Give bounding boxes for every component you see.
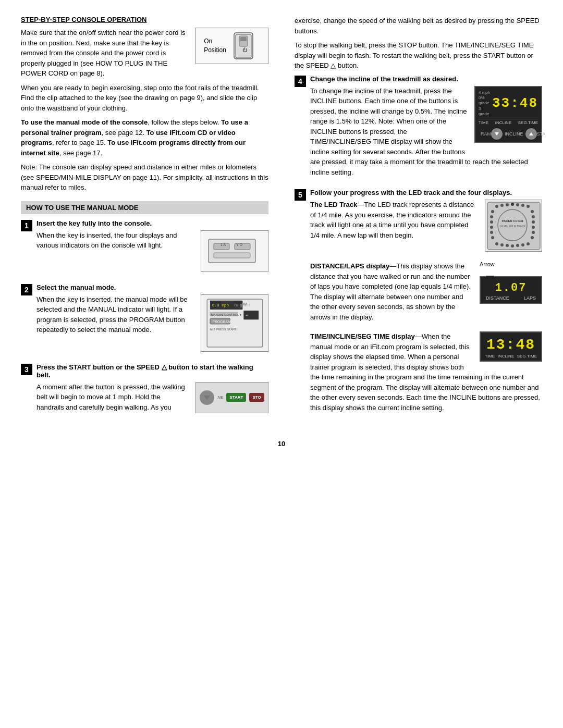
svg-text:Y O: Y O	[236, 243, 242, 246]
svg-point-39	[531, 236, 534, 239]
svg-point-31	[516, 203, 519, 206]
svg-rect-2	[240, 37, 247, 41]
step-4-content: Change the incline of the treadmill as d…	[310, 75, 542, 182]
step-2-title: Select the manual mode.	[36, 283, 268, 291]
time-display: 13:48	[484, 337, 538, 353]
incline-display: 33:48	[492, 95, 538, 111]
step-3-number: 3	[21, 364, 32, 375]
svg-text:PROGRAM: PROGRAM	[212, 320, 230, 324]
svg-rect-8	[214, 253, 250, 258]
step-3-title: Press the START button or the SPEED △ bu…	[36, 363, 268, 379]
svg-point-41	[521, 243, 524, 246]
svg-text:1/4 MI / 400 M TRACK: 1/4 MI / 400 M TRACK	[499, 225, 525, 228]
key-figure: 1 A Y O	[201, 230, 268, 272]
incline-down-button-icon	[200, 390, 214, 405]
svg-text:1 A: 1 A	[221, 243, 226, 246]
step-4-title: Change the incline of the treadmill as d…	[310, 75, 542, 83]
step-2-content: Select the manual mode. 6.0 mph 7% grade…	[36, 283, 268, 356]
svg-marker-56	[486, 276, 494, 282]
step-3-content: Press the START button or the SPEED △ bu…	[36, 363, 268, 417]
distance-laps-section: Arrow 1.07 DISTANCE L	[310, 261, 542, 326]
time-label-incline: INCLINE	[498, 354, 515, 359]
step-1: 1 Insert the key fully into the console.…	[21, 219, 268, 276]
incline-grade-labels: 4 mph 0% grade 3 grade	[479, 90, 492, 117]
svg-point-36	[532, 220, 535, 224]
right-intro-1: exercise, change the speed of the walkin…	[295, 16, 542, 36]
svg-text:M 3 PRESS START: M 3 PRESS START	[210, 328, 236, 331]
svg-text:6.0 mph: 6.0 mph	[212, 303, 228, 307]
led-track-section: PACER Circuit 1/4 MI / 400 M TRACK The L…	[310, 200, 542, 256]
svg-point-34	[531, 210, 534, 213]
step-4: 4 Change the incline of the treadmill as…	[295, 75, 542, 182]
laps-label: LAPS	[524, 295, 536, 301]
power-switch-icon: ⏻	[231, 32, 260, 60]
incline-label-incline: INCLINE	[495, 120, 512, 125]
svg-point-49	[490, 226, 493, 229]
section-header: STEP-BY-STEP CONSOLE OPERATION	[21, 16, 268, 23]
incline-down-btn[interactable]	[491, 128, 503, 140]
step-5-number: 5	[295, 189, 306, 201]
time-label-time: TIME	[485, 354, 495, 359]
key-console-icon: 1 A Y O	[206, 234, 263, 268]
time-display-figure: 13:48 TIME INCLINE SEG.TIME	[480, 331, 542, 362]
svg-marker-25	[529, 132, 533, 135]
step-1-number: 1	[21, 220, 32, 231]
note-para: Note: The console can display speed and …	[21, 162, 268, 193]
incline-label-segtime: SEG.TIME	[518, 120, 538, 125]
svg-point-51	[490, 215, 493, 218]
sta-label: STA	[537, 131, 546, 137]
svg-point-28	[500, 204, 504, 207]
svg-point-45	[500, 243, 504, 246]
svg-point-38	[532, 231, 535, 234]
page-number: 10	[21, 440, 542, 448]
right-column: exercise, change the speed of the walkin…	[289, 16, 542, 429]
svg-point-52	[491, 210, 494, 213]
right-intro-2: To stop the walking belt, press the STOP…	[295, 40, 542, 71]
svg-point-43	[511, 244, 514, 248]
svg-point-37	[532, 226, 535, 229]
distance-laps-wrapper: Arrow 1.07 DISTANCE L	[480, 261, 542, 304]
svg-point-48	[490, 231, 493, 234]
svg-point-40	[527, 242, 530, 245]
svg-point-42	[516, 244, 519, 247]
led-track-figure: PACER Circuit 1/4 MI / 400 M TRACK	[485, 200, 542, 252]
step-5: 5 Follow your progress with the LED trac…	[295, 189, 542, 422]
distance-label: DISTANCE	[486, 295, 509, 301]
svg-text:⏻: ⏻	[242, 47, 248, 53]
svg-point-33	[527, 205, 530, 208]
on-position-label: OnPosition	[204, 37, 226, 55]
start-button-icon: START	[226, 393, 246, 402]
manual-console-icon: 6.0 mph 7% grade MANUAL CONTROL ● PROGRA…	[205, 298, 265, 348]
start-stop-figure: NE START STO	[195, 382, 268, 413]
incline-up-btn[interactable]	[525, 128, 537, 140]
svg-point-29	[506, 203, 509, 206]
time-label-segtime: SEG.TIME	[517, 354, 537, 359]
stop-button-icon: STO	[249, 393, 264, 402]
incline-middle-label: INCLINE	[505, 131, 523, 137]
manual-console-figure: 6.0 mph 7% grade MANUAL CONTROL ● PROGRA…	[201, 294, 268, 352]
svg-point-47	[491, 236, 494, 239]
time-display-section: 13:48 TIME INCLINE SEG.TIME TIME/INCLINE…	[310, 331, 542, 417]
svg-text:PACER Circuit: PACER Circuit	[501, 219, 523, 223]
svg-point-30	[511, 203, 514, 206]
distance-labels: DISTANCE LAPS	[484, 294, 538, 301]
svg-point-32	[521, 204, 524, 207]
intro-para-2: When you are ready to begin exercising, …	[21, 83, 268, 114]
svg-point-50	[490, 220, 493, 224]
svg-rect-5	[209, 239, 255, 263]
manual-mode-header: HOW TO USE THE MANUAL MODE	[21, 201, 268, 214]
pacer-circuit-icon: PACER Circuit 1/4 MI / 400 M TRACK	[486, 201, 541, 251]
arrow-label: Arrow	[480, 261, 542, 267]
distance-display: 1.07	[484, 281, 538, 294]
incline-label-time: TIME	[479, 120, 488, 125]
step-2-number: 2	[21, 284, 32, 295]
svg-point-46	[495, 242, 498, 245]
svg-point-35	[532, 215, 535, 218]
step-1-content: Insert the key fully into the console. 1…	[36, 219, 268, 276]
incline-top: 4 mph 0% grade 3 grade 33:48	[479, 90, 538, 117]
svg-text:–: –	[245, 313, 248, 318]
svg-marker-24	[495, 132, 499, 135]
svg-text:TIM: TIM	[241, 302, 247, 306]
step-4-number: 4	[295, 76, 306, 87]
step-2: 2 Select the manual mode. 6.0 mph 7% gra…	[21, 283, 268, 356]
